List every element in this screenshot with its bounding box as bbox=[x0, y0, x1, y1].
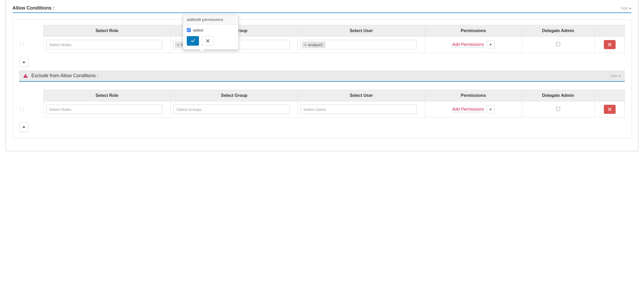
exclude-row: ⋮⋮⋮⋮⋮⋮ Select Roles Select Groups bbox=[19, 101, 625, 118]
allow-hide-toggle[interactable]: hide bbox=[621, 6, 632, 10]
drag-handle-icon[interactable]: ⋮⋮⋮⋮⋮⋮ bbox=[19, 107, 23, 112]
add-allow-row-button[interactable]: + bbox=[19, 58, 29, 67]
close-icon bbox=[608, 43, 611, 46]
allow-header-row: Select Role Select Group Select User Per… bbox=[19, 25, 625, 37]
remove-tag-icon[interactable]: × bbox=[177, 42, 179, 47]
user-tag-label: analyst1 bbox=[308, 42, 323, 47]
col-role: Select Role bbox=[43, 90, 171, 101]
delegate-admin-checkbox[interactable] bbox=[556, 42, 560, 46]
delegate-admin-checkbox[interactable] bbox=[556, 107, 560, 111]
group-input[interactable]: Select Groups bbox=[173, 105, 290, 114]
col-delegate: Delegate Admin bbox=[522, 25, 595, 37]
select-permission-checkbox[interactable] bbox=[187, 28, 191, 32]
hide-label: hide bbox=[611, 74, 617, 78]
hide-label: hide bbox=[621, 6, 628, 10]
add-exclude-row-button[interactable]: + bbox=[19, 122, 29, 132]
caret-up-icon bbox=[629, 7, 632, 9]
delete-row-button[interactable] bbox=[604, 105, 616, 114]
popover-arrow-icon bbox=[199, 49, 204, 52]
user-input[interactable]: × analyst1 bbox=[300, 40, 417, 49]
allow-conditions-header: Allow Conditions : hide bbox=[12, 0, 632, 13]
role-placeholder: Select Roles bbox=[48, 42, 73, 47]
permissions-popover: add/edit permissions select bbox=[183, 14, 239, 50]
svg-rect-0 bbox=[25, 75, 26, 76]
allow-row: ⋮⋮⋮⋮⋮⋮ Select Roles × hadoop_analy bbox=[19, 37, 625, 53]
caret-up-icon bbox=[618, 75, 621, 77]
popover-confirm-button[interactable] bbox=[187, 36, 199, 46]
col-delegate: Delegate Admin bbox=[522, 90, 595, 101]
col-user: Select User bbox=[298, 90, 425, 101]
user-input[interactable]: Select Users bbox=[300, 105, 417, 114]
col-user: Select User bbox=[298, 25, 425, 37]
col-permissions: Permissions bbox=[425, 90, 522, 101]
remove-tag-icon[interactable]: × bbox=[304, 42, 307, 47]
popover-option-select[interactable]: select bbox=[187, 28, 235, 32]
popover-cancel-button[interactable] bbox=[202, 36, 214, 46]
allow-card: add/edit permissions select bbox=[12, 19, 632, 138]
user-placeholder: Select Users bbox=[302, 107, 327, 112]
add-permissions-link[interactable]: Add Permissions bbox=[452, 107, 484, 112]
col-group: Select Group bbox=[171, 90, 298, 101]
add-permission-button[interactable]: + bbox=[487, 105, 495, 113]
role-placeholder: Select Roles bbox=[48, 107, 73, 112]
role-input[interactable]: Select Roles bbox=[46, 105, 163, 114]
svg-rect-1 bbox=[25, 77, 26, 77]
delete-row-button[interactable] bbox=[604, 40, 616, 49]
exclude-table: Select Role Select Group Select User Per… bbox=[19, 90, 625, 118]
allow-table: Select Role Select Group Select User Per… bbox=[19, 25, 625, 53]
user-tag: × analyst1 bbox=[302, 42, 325, 48]
exclude-header-row: Select Role Select Group Select User Per… bbox=[19, 90, 625, 101]
exclude-hide-toggle[interactable]: hide bbox=[611, 74, 621, 78]
col-permissions: Permissions bbox=[425, 25, 522, 37]
exclude-title-label: Exclude from Allow Conditions : bbox=[31, 73, 98, 79]
close-icon bbox=[608, 108, 611, 111]
warning-icon bbox=[23, 73, 28, 79]
check-icon bbox=[191, 39, 195, 43]
drag-handle-icon[interactable]: ⋮⋮⋮⋮⋮⋮ bbox=[19, 42, 23, 47]
add-permissions-link[interactable]: Add Permissions bbox=[452, 42, 484, 47]
exclude-header: Exclude from Allow Conditions : hide bbox=[19, 70, 625, 82]
allow-conditions-title: Allow Conditions : bbox=[12, 5, 54, 11]
group-placeholder: Select Groups bbox=[175, 107, 202, 112]
role-input[interactable]: Select Roles bbox=[46, 40, 163, 49]
add-permission-button[interactable]: + bbox=[487, 41, 495, 49]
popover-title: add/edit permissions bbox=[183, 15, 238, 25]
popover-option-label: select bbox=[193, 28, 203, 32]
close-icon bbox=[206, 39, 210, 43]
col-role: Select Role bbox=[43, 25, 171, 37]
